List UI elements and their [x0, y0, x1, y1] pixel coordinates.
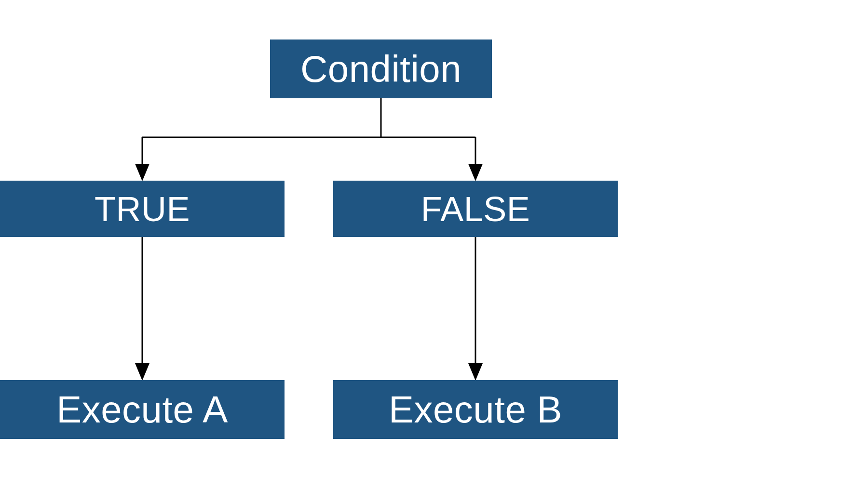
condition-node: Condition — [270, 40, 492, 98]
false-node: FALSE — [333, 181, 618, 237]
false-label: FALSE — [421, 192, 530, 226]
condition-label: Condition — [300, 50, 461, 88]
execute-b-label: Execute B — [389, 391, 562, 428]
true-label: TRUE — [95, 192, 190, 226]
execute-b-node: Execute B — [333, 380, 618, 439]
execute-a-node: Execute A — [0, 380, 285, 439]
true-node: TRUE — [0, 181, 285, 237]
execute-a-label: Execute A — [56, 391, 228, 428]
